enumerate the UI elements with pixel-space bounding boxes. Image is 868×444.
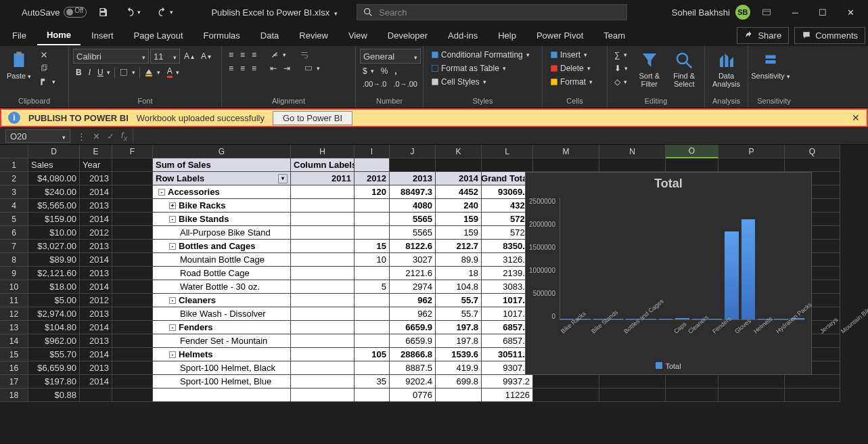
align-right[interactable]: ≡ [249, 62, 259, 74]
cell[interactable]: 2013 [390, 172, 436, 185]
align-bottom[interactable]: ≡ [249, 49, 259, 61]
cell[interactable]: $55.70 [28, 348, 80, 361]
cell[interactable]: 28866.8 [390, 348, 436, 361]
col-header-J[interactable]: J [390, 145, 436, 158]
comma-button[interactable]: , [392, 65, 399, 77]
cell[interactable] [718, 388, 785, 402]
wrap-text-button[interactable] [297, 49, 312, 61]
cell[interactable]: 55.7 [436, 307, 482, 321]
cell[interactable]: 9202.4 [390, 375, 436, 388]
tab-review[interactable]: Review [290, 26, 338, 45]
select-all-corner[interactable] [0, 145, 28, 158]
tab-home[interactable]: Home [37, 26, 81, 45]
cell[interactable] [153, 388, 291, 402]
cell[interactable]: $197.80 [28, 375, 80, 388]
user-account[interactable]: Soheil Bakhshi SB [672, 5, 750, 20]
format-painter-button[interactable] [37, 76, 58, 88]
cell[interactable] [112, 199, 153, 213]
tab-data[interactable]: Data [251, 26, 288, 45]
font-size-select[interactable]: 11 [150, 49, 180, 64]
cell[interactable] [80, 388, 112, 402]
fill-button[interactable]: ⬇ [612, 62, 631, 74]
cell[interactable] [599, 388, 666, 402]
minimize-button[interactable]: ─ [783, 3, 808, 22]
cell[interactable] [666, 388, 718, 402]
cell[interactable]: -Fenders [153, 321, 291, 334]
title-chevron-icon[interactable] [332, 7, 338, 18]
find-select[interactable]: Find & Select [668, 49, 701, 89]
cell[interactable] [291, 240, 355, 253]
cell[interactable] [390, 158, 436, 172]
cell[interactable] [291, 185, 355, 199]
cell[interactable] [355, 334, 390, 348]
cell[interactable]: 2014 [80, 280, 112, 294]
row-header-1[interactable]: 1 [0, 158, 28, 172]
decrease-indent[interactable]: ⇤ [267, 62, 279, 74]
cell[interactable] [291, 321, 355, 334]
cell[interactable]: -Bottles and Cages [153, 240, 291, 253]
cell[interactable] [112, 294, 153, 307]
tab-insert[interactable]: Insert [82, 26, 123, 45]
cell[interactable]: 6659.9 [390, 334, 436, 348]
cell[interactable] [112, 388, 153, 402]
tab-power-pivot[interactable]: Power Pivot [527, 26, 593, 45]
search-box[interactable]: Search [357, 4, 627, 20]
cell[interactable] [291, 294, 355, 307]
cell[interactable] [112, 375, 153, 388]
cell[interactable] [785, 158, 840, 172]
cell[interactable]: -Accessories [153, 185, 291, 199]
cell[interactable] [112, 213, 153, 226]
cell[interactable] [291, 213, 355, 226]
cell[interactable] [718, 375, 785, 388]
col-header-H[interactable]: H [291, 145, 355, 158]
row-header-15[interactable]: 15 [0, 348, 28, 361]
row-header-14[interactable]: 14 [0, 334, 28, 348]
data-analysis[interactable]: Data Analysis [709, 49, 744, 89]
col-header-L[interactable]: L [482, 145, 533, 158]
maximize-button[interactable]: ☐ [809, 3, 836, 22]
cell[interactable] [355, 213, 390, 226]
col-header-Q[interactable]: Q [785, 145, 840, 158]
col-header-O[interactable]: O [666, 145, 718, 158]
fx-button[interactable]: fx [121, 130, 127, 142]
cell[interactable]: 159 [436, 213, 482, 226]
cell[interactable]: $5,565.00 [28, 199, 80, 213]
tab-page-layout[interactable]: Page Layout [124, 26, 193, 45]
cell[interactable] [291, 361, 355, 375]
cell[interactable] [291, 334, 355, 348]
tab-developer[interactable]: Developer [378, 26, 437, 45]
cell[interactable] [291, 307, 355, 321]
cell[interactable]: 11226 [482, 388, 533, 402]
cell[interactable]: -Bike Stands [153, 213, 291, 226]
cancel-formula[interactable]: ✕ [93, 131, 100, 141]
cell[interactable]: 88497.3 [390, 185, 436, 199]
cell[interactable] [291, 199, 355, 213]
cell[interactable]: 5565 [390, 213, 436, 226]
cell[interactable]: $2,974.00 [28, 307, 80, 321]
cell[interactable]: 3027 [390, 253, 436, 267]
decrease-decimal[interactable]: .0→.00 [390, 79, 419, 89]
cell[interactable] [533, 375, 599, 388]
cell[interactable]: 699.8 [436, 375, 482, 388]
conditional-formatting[interactable]: Conditional Formatting [428, 49, 532, 61]
cell[interactable]: 2014 [80, 321, 112, 334]
cell[interactable]: 35 [355, 375, 390, 388]
cell[interactable] [355, 361, 390, 375]
cell[interactable]: $159.00 [28, 213, 80, 226]
accept-formula[interactable]: ✓ [107, 131, 114, 141]
share-button[interactable]: Share [737, 27, 789, 44]
cell[interactable]: $5.00 [28, 294, 80, 307]
cell[interactable] [291, 253, 355, 267]
col-header-D[interactable]: D [28, 145, 80, 158]
tab-team[interactable]: Team [594, 26, 635, 45]
row-header-7[interactable]: 7 [0, 240, 28, 253]
cut-button[interactable] [37, 49, 58, 61]
cell[interactable]: 89.9 [436, 253, 482, 267]
cell[interactable]: All-Purpose Bike Stand [153, 226, 291, 240]
cell[interactable] [291, 375, 355, 388]
delete-cells[interactable]: Delete [547, 62, 593, 74]
cell[interactable]: 2012 [355, 172, 390, 185]
cell[interactable] [355, 226, 390, 240]
cell[interactable] [599, 375, 666, 388]
row-header-8[interactable]: 8 [0, 253, 28, 267]
